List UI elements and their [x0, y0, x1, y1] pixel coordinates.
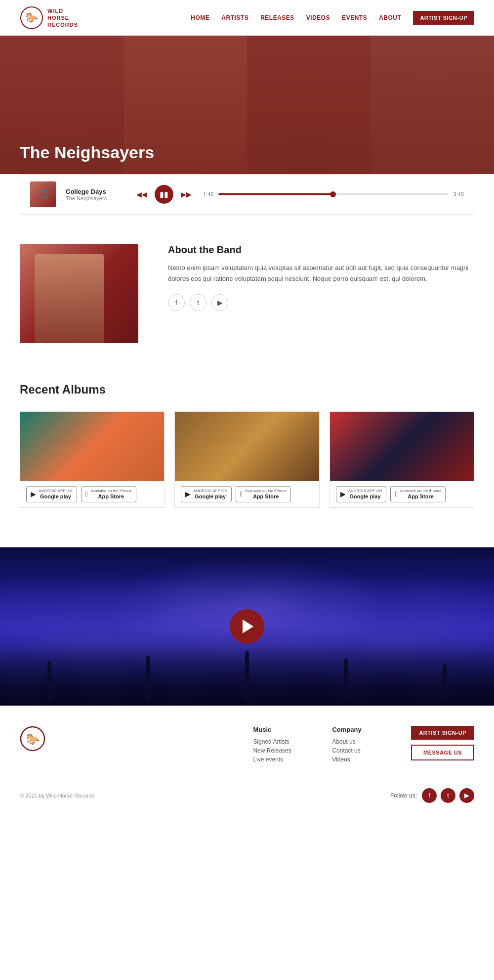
nav-releases[interactable]: RELEASES [260, 14, 294, 21]
pause-button[interactable]: ▮▮ [155, 185, 173, 204]
pause-icon: ▮▮ [160, 190, 168, 199]
album-art-3 [330, 412, 474, 481]
app-store-text-2: Available on the iPhone App Store [245, 489, 287, 500]
prev-button[interactable]: ◀◀ [135, 187, 149, 201]
time-current: 1:46 [203, 191, 213, 197]
player-info: College Days The Neighsayers [66, 188, 125, 201]
google-play-text-2: ANDROID APP ON Google play [193, 489, 227, 500]
recent-albums-title: Recent Albums [20, 383, 474, 397]
app-store-icon-1:  [85, 490, 88, 498]
album-3-store-btns: ▶ ANDROID APP ON Google play  Available… [330, 481, 474, 507]
app-store-btn-2[interactable]:  Available on the iPhone App Store [236, 486, 291, 502]
header: 🐎 WILD HORSE RECORDS HOME ARTISTS RELEAS… [0, 0, 494, 36]
footer-live-events[interactable]: Live events [253, 756, 312, 763]
app-store-icon-2:  [240, 490, 243, 498]
about-content: About the Band Nemo enim ipsam voluptate… [168, 244, 474, 311]
google-play-icon-2: ▶ [185, 490, 191, 498]
video-play-button[interactable] [230, 609, 264, 644]
google-play-btn-3[interactable]: ▶ ANDROID APP ON Google play [336, 486, 387, 502]
footer-logo: 🐎 [20, 726, 59, 754]
app-store-btn-3[interactable]:  Available on the iPhone App Store [390, 486, 446, 502]
footer-contact-us[interactable]: Contact us [332, 747, 391, 754]
logo-area: 🐎 WILD HORSE RECORDS [20, 6, 78, 30]
hero-band-title: The Neighsayers [20, 143, 154, 162]
footer-bottom: © 2021 by Wild Horse Records Follow us: … [20, 780, 474, 803]
google-play-text-3: ANDROID APP ON Google play [348, 489, 382, 500]
app-store-text-1: Available on the iPhone App Store [90, 489, 132, 500]
footer-company-col: Company About us Contact us Videos [332, 726, 391, 765]
progress-thumb [330, 191, 336, 197]
album-1-store-btns: ▶ ANDROID APP ON Google play  Available… [20, 481, 164, 507]
footer-company-title: Company [332, 726, 391, 733]
player-progress: 1:46 3:40 [203, 191, 464, 197]
footer-message-us-button[interactable]: MESSAGE US [411, 745, 474, 760]
performer-2 [146, 656, 150, 701]
performer-1 [47, 661, 51, 701]
album-art-1 [20, 412, 164, 481]
footer-logo-icon: 🐎 [20, 726, 45, 752]
recent-albums-section: Recent Albums ▶ ANDROID APP ON Google pl… [0, 373, 494, 528]
svg-text:🐎: 🐎 [26, 732, 40, 746]
google-play-icon-1: ▶ [31, 490, 36, 498]
nav-artists[interactable]: ARTISTS [221, 14, 248, 21]
music-player: 🎵 College Days The Neighsayers ◀◀ ▮▮ ▶▶ … [20, 174, 474, 215]
artist-signup-button[interactable]: ARTIST SIGN-UP [413, 11, 474, 25]
nav-videos[interactable]: VIDEOS [306, 14, 330, 21]
footer-signed-artists[interactable]: Signed Artists [253, 738, 312, 745]
nav: HOME ARTISTS RELEASES VIDEOS EVENTS ABOU… [191, 11, 474, 25]
footer-follow: Follow us: f t ▶ [390, 788, 474, 803]
player-controls: ◀◀ ▮▮ ▶▶ [135, 185, 193, 204]
google-play-btn-1[interactable]: ▶ ANDROID APP ON Google play [26, 486, 77, 502]
footer-about-us[interactable]: About us [332, 738, 391, 745]
nav-events[interactable]: EVENTS [342, 14, 367, 21]
album-art-2 [175, 412, 319, 481]
progress-track[interactable] [218, 193, 448, 195]
logo-text: WILD HORSE RECORDS [47, 7, 78, 29]
footer-new-releases[interactable]: New Releases [253, 747, 312, 754]
player-thumbnail: 🎵 [30, 181, 56, 207]
svg-text:🐎: 🐎 [26, 11, 38, 23]
footer-cta: ARTIST SIGN-UP MESSAGE US [411, 726, 474, 760]
footer-videos[interactable]: Videos [332, 756, 391, 763]
follow-label: Follow us: [390, 792, 417, 799]
about-section: About the Band Nemo enim ipsam voluptate… [0, 215, 494, 373]
performer-4 [344, 659, 348, 701]
performer-5 [443, 664, 447, 701]
footer-twitter-icon[interactable]: t [441, 788, 455, 803]
google-play-icon-3: ▶ [340, 490, 346, 498]
album-card-1: ▶ ANDROID APP ON Google play  Available… [20, 411, 165, 508]
hero-band: The Neighsayers [0, 36, 494, 174]
player-song-title: College Days [66, 188, 125, 195]
album-2-store-btns: ▶ ANDROID APP ON Google play  Available… [175, 481, 319, 507]
youtube-icon[interactable]: ▶ [211, 294, 228, 311]
social-icons: f t ▶ [168, 294, 474, 311]
facebook-icon[interactable]: f [168, 294, 185, 311]
app-store-text-3: Available on the iPhone App Store [400, 489, 442, 500]
band-photo [20, 244, 138, 343]
twitter-icon[interactable]: t [190, 294, 206, 311]
guitarist-figure [35, 254, 104, 343]
app-store-btn-1[interactable]:  Available on the iPhone App Store [81, 486, 136, 502]
nav-about[interactable]: ABOUT [379, 14, 401, 21]
footer-facebook-icon[interactable]: f [422, 788, 437, 803]
google-play-btn-2[interactable]: ▶ ANDROID APP ON Google play [181, 486, 232, 502]
time-total: 3:40 [453, 191, 464, 197]
footer-social-icons: f t ▶ [422, 788, 474, 803]
google-play-text-1: ANDROID APP ON Google play [39, 489, 73, 500]
footer-music-title: Music [253, 726, 312, 733]
progress-fill [218, 193, 333, 195]
nav-home[interactable]: HOME [191, 14, 209, 21]
logo-icon: 🐎 [20, 6, 43, 30]
performer-3 [245, 651, 249, 701]
footer-copyright: © 2021 by Wild Horse Records [20, 793, 94, 799]
next-button[interactable]: ▶▶ [179, 187, 193, 201]
video-section [0, 547, 494, 706]
footer-top: 🐎 Music Signed Artists New Releases Live… [20, 726, 474, 765]
album-card-3: ▶ ANDROID APP ON Google play  Available… [329, 411, 474, 508]
footer-youtube-icon[interactable]: ▶ [459, 788, 474, 803]
footer: 🐎 Music Signed Artists New Releases Live… [0, 706, 494, 813]
about-body: Nemo enim ipsam voluptatem quia voluptas… [168, 263, 474, 284]
albums-grid: ▶ ANDROID APP ON Google play  Available… [20, 411, 474, 508]
app-store-icon-3:  [395, 490, 397, 498]
footer-artist-signup-button[interactable]: ARTIST SIGN-UP [411, 726, 474, 740]
